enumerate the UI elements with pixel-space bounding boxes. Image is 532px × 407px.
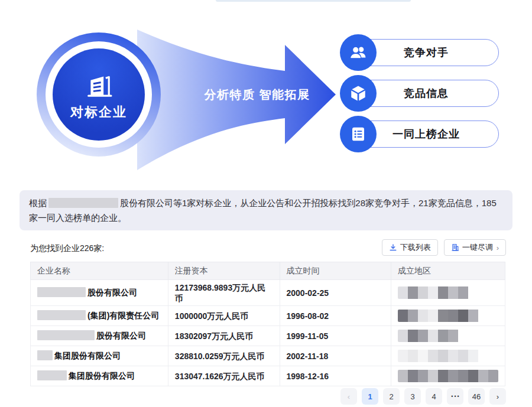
table-row[interactable]: 集团股份有限公司313047.1626万元人民币1998-12-16 xyxy=(31,366,505,386)
redacted-name-block xyxy=(37,310,86,320)
download-list-label: 下载列表 xyxy=(400,242,431,253)
founded-region-cell xyxy=(391,306,505,326)
registered-capital-cell: 18302097万元人民币 xyxy=(168,326,280,346)
registered-capital-cell: 328810.0259万元人民币 xyxy=(168,346,280,366)
redacted-name-block xyxy=(37,370,67,380)
top-edge-sliver xyxy=(216,0,411,2)
pagination: ‹1234•••46› xyxy=(340,388,506,405)
summary-banner: 根据股份有限公司等1家对标企业，从企业公告和公开招投标找到28家竞争对手，21家… xyxy=(20,190,512,230)
company-table: 企业名称 注册资本 成立时间 成立地区 股份有限公司12173968.9893万… xyxy=(30,262,505,386)
header-founded-date: 成立时间 xyxy=(280,262,391,280)
cube-icon xyxy=(340,75,377,112)
benchmark-company-circle: 对标企业 xyxy=(37,32,161,157)
company-name-suffix: 集团股份有限公司 xyxy=(54,351,121,360)
pagination-page-2[interactable]: 2 xyxy=(383,388,400,405)
founded-region-cell xyxy=(391,366,505,386)
download-list-button[interactable]: 下载列表 xyxy=(382,239,438,256)
flow-arrow-label: 分析特质 智能拓展 xyxy=(194,87,320,103)
benchmark-company-label: 对标企业 xyxy=(70,103,127,121)
table-row[interactable]: (集团)有限责任公司1000000万元人民币1996-08-02 xyxy=(31,306,505,326)
redacted-region-mosaic xyxy=(398,350,498,362)
table-row[interactable]: 集团股份有限公司328810.0259万元人民币2002-11-18 xyxy=(31,346,505,366)
company-name-cell[interactable]: 股份有限公司 xyxy=(31,326,168,346)
pagination-page-46[interactable]: 46 xyxy=(468,388,485,405)
summary-prefix: 根据 xyxy=(29,198,47,208)
building-small-icon xyxy=(451,243,459,252)
pagination-next-button[interactable]: › xyxy=(489,388,506,405)
founded-date-cell: 2002-11-18 xyxy=(280,346,391,366)
chevron-right-icon: › xyxy=(497,243,499,252)
company-table-body: 股份有限公司12173968.9893万元人民币2000-02-25(集团)有限… xyxy=(31,280,505,386)
redacted-region-mosaic xyxy=(398,330,498,342)
founded-region-cell xyxy=(391,346,505,366)
header-registered-capital: 注册资本 xyxy=(168,262,280,280)
target-item-competing-products[interactable]: 竞品信息 xyxy=(340,75,499,112)
header-company-name: 企业名称 xyxy=(31,262,168,280)
company-name-cell[interactable]: (集团)有限责任公司 xyxy=(31,306,168,326)
building-icon xyxy=(82,68,116,102)
redacted-region-mosaic xyxy=(398,310,498,322)
redacted-region-mosaic xyxy=(398,286,498,299)
company-name-suffix: (集团)有限责任公司 xyxy=(87,311,159,320)
benchmark-circle-ring: 对标企业 xyxy=(46,41,152,148)
company-name-cell[interactable]: 集团股份有限公司 xyxy=(31,366,168,386)
users-icon xyxy=(340,34,377,71)
pagination-page-4[interactable]: 4 xyxy=(426,388,442,405)
target-item-colisted-companies[interactable]: 一同上榜企业 xyxy=(340,116,499,153)
company-name-suffix: 股份有限公司 xyxy=(87,288,137,297)
pagination-page-3[interactable]: 3 xyxy=(404,388,421,405)
one-click-diligence-button[interactable]: 一键尽调 › xyxy=(444,239,506,256)
founded-date-cell: 2000-02-25 xyxy=(280,280,391,306)
result-count-label: 为您找到企业226家: xyxy=(30,243,104,254)
founded-date-cell: 1999-11-05 xyxy=(280,326,391,346)
founded-date-cell: 1998-12-16 xyxy=(280,366,391,386)
registered-capital-cell: 12173968.9893万元人民币 xyxy=(168,280,280,306)
pagination-page-1[interactable]: 1 xyxy=(362,388,378,405)
list-icon xyxy=(340,116,377,152)
action-buttons: 下载列表 一键尽调 › xyxy=(382,239,506,256)
pagination-ellipsis[interactable]: ••• xyxy=(447,388,463,405)
target-item-competitors[interactable]: 竞争对手 xyxy=(340,34,499,71)
download-icon xyxy=(389,243,397,252)
founded-region-cell xyxy=(391,280,505,306)
redacted-name-block xyxy=(37,350,53,360)
registered-capital-cell: 1000000万元人民币 xyxy=(168,306,280,326)
registered-capital-cell: 313047.1626万元人民币 xyxy=(168,366,280,386)
redacted-company-name xyxy=(48,198,118,208)
company-name-cell[interactable]: 股份有限公司 xyxy=(31,280,168,306)
header-founded-region: 成立地区 xyxy=(391,262,505,280)
table-header-row: 企业名称 注册资本 成立时间 成立地区 xyxy=(31,262,505,280)
benchmark-circle-inner: 对标企业 xyxy=(53,48,145,141)
redacted-region-mosaic xyxy=(398,370,498,382)
one-click-diligence-label: 一键尽调 xyxy=(462,242,493,253)
redacted-name-block xyxy=(37,330,95,340)
pagination-prev-button[interactable]: ‹ xyxy=(340,388,357,405)
table-row[interactable]: 股份有限公司18302097万元人民币1999-11-05 xyxy=(31,326,505,346)
redacted-name-block xyxy=(37,287,86,297)
founded-date-cell: 1996-08-02 xyxy=(280,306,391,326)
founded-region-cell xyxy=(391,326,505,346)
company-name-suffix: 股份有限公司 xyxy=(96,331,146,340)
company-name-suffix: 集团股份有限公司 xyxy=(69,371,135,380)
table-row[interactable]: 股份有限公司12173968.9893万元人民币2000-02-25 xyxy=(31,280,505,306)
company-name-cell[interactable]: 集团股份有限公司 xyxy=(31,346,168,366)
